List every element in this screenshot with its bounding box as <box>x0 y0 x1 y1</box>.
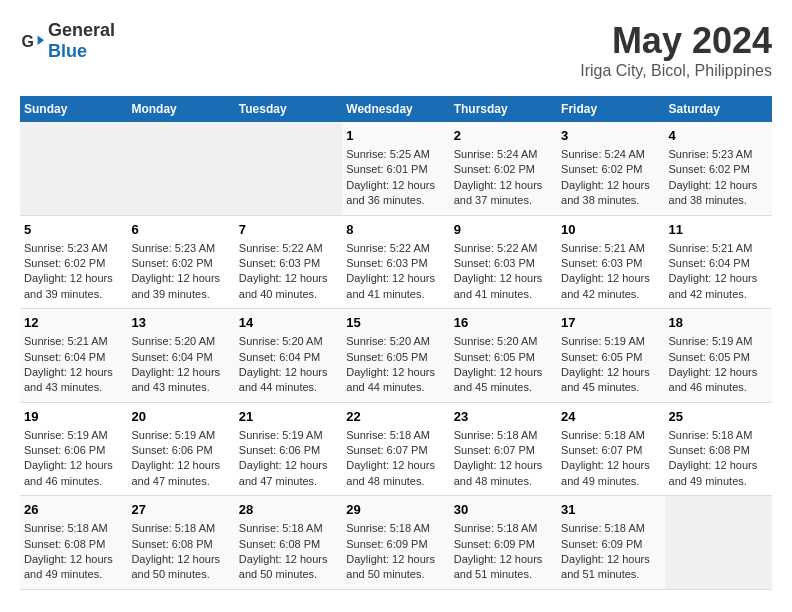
calendar-cell: 21 Sunrise: 5:19 AM Sunset: 6:06 PM Dayl… <box>235 402 342 496</box>
sunrise-label: Sunrise: 5:20 AM <box>239 335 323 347</box>
day-info: Sunrise: 5:19 AM Sunset: 6:05 PM Dayligh… <box>561 334 660 396</box>
day-info: Sunrise: 5:23 AM Sunset: 6:02 PM Dayligh… <box>669 147 768 209</box>
daylight-label: Daylight: 12 hours <box>24 553 113 565</box>
sunrise-label: Sunrise: 5:19 AM <box>24 429 108 441</box>
sunrise-label: Sunrise: 5:22 AM <box>346 242 430 254</box>
day-number: 15 <box>346 315 445 330</box>
calendar-cell: 22 Sunrise: 5:18 AM Sunset: 6:07 PM Dayl… <box>342 402 449 496</box>
svg-text:G: G <box>22 33 34 50</box>
daylight-minutes: and 42 minutes. <box>561 288 639 300</box>
sunrise-label: Sunrise: 5:23 AM <box>669 148 753 160</box>
day-number: 27 <box>131 502 230 517</box>
calendar-cell: 23 Sunrise: 5:18 AM Sunset: 6:07 PM Dayl… <box>450 402 557 496</box>
sunset-label: Sunset: 6:07 PM <box>454 444 535 456</box>
day-info: Sunrise: 5:20 AM Sunset: 6:05 PM Dayligh… <box>454 334 553 396</box>
daylight-minutes: and 50 minutes. <box>131 568 209 580</box>
daylight-minutes: and 47 minutes. <box>239 475 317 487</box>
header-tuesday: Tuesday <box>235 96 342 122</box>
sunrise-label: Sunrise: 5:19 AM <box>561 335 645 347</box>
daylight-label: Daylight: 12 hours <box>561 459 650 471</box>
day-info: Sunrise: 5:18 AM Sunset: 6:07 PM Dayligh… <box>454 428 553 490</box>
calendar-cell: 10 Sunrise: 5:21 AM Sunset: 6:03 PM Dayl… <box>557 215 664 309</box>
sunrise-label: Sunrise: 5:23 AM <box>131 242 215 254</box>
daylight-minutes: and 39 minutes. <box>24 288 102 300</box>
calendar-cell: 20 Sunrise: 5:19 AM Sunset: 6:06 PM Dayl… <box>127 402 234 496</box>
main-title: May 2024 <box>580 20 772 62</box>
sunset-label: Sunset: 6:02 PM <box>669 163 750 175</box>
sunset-label: Sunset: 6:06 PM <box>239 444 320 456</box>
sunset-label: Sunset: 6:04 PM <box>131 351 212 363</box>
day-info: Sunrise: 5:20 AM Sunset: 6:04 PM Dayligh… <box>131 334 230 396</box>
daylight-minutes: and 38 minutes. <box>669 194 747 206</box>
daylight-minutes: and 49 minutes. <box>561 475 639 487</box>
sunrise-label: Sunrise: 5:21 AM <box>669 242 753 254</box>
day-number: 28 <box>239 502 338 517</box>
daylight-label: Daylight: 12 hours <box>346 553 435 565</box>
sunset-label: Sunset: 6:07 PM <box>561 444 642 456</box>
daylight-label: Daylight: 12 hours <box>239 272 328 284</box>
day-number: 4 <box>669 128 768 143</box>
daylight-label: Daylight: 12 hours <box>24 272 113 284</box>
calendar-cell <box>665 496 772 590</box>
daylight-label: Daylight: 12 hours <box>561 366 650 378</box>
daylight-minutes: and 45 minutes. <box>454 381 532 393</box>
day-number: 9 <box>454 222 553 237</box>
calendar-cell: 25 Sunrise: 5:18 AM Sunset: 6:08 PM Dayl… <box>665 402 772 496</box>
calendar-cell: 1 Sunrise: 5:25 AM Sunset: 6:01 PM Dayli… <box>342 122 449 215</box>
day-number: 26 <box>24 502 123 517</box>
svg-marker-1 <box>38 35 44 45</box>
subtitle: Iriga City, Bicol, Philippines <box>580 62 772 80</box>
sunrise-label: Sunrise: 5:18 AM <box>454 429 538 441</box>
daylight-minutes: and 36 minutes. <box>346 194 424 206</box>
day-info: Sunrise: 5:19 AM Sunset: 6:06 PM Dayligh… <box>24 428 123 490</box>
sunset-label: Sunset: 6:02 PM <box>131 257 212 269</box>
sunrise-label: Sunrise: 5:24 AM <box>454 148 538 160</box>
week-row-3: 12 Sunrise: 5:21 AM Sunset: 6:04 PM Dayl… <box>20 309 772 403</box>
calendar-cell: 31 Sunrise: 5:18 AM Sunset: 6:09 PM Dayl… <box>557 496 664 590</box>
day-info: Sunrise: 5:19 AM Sunset: 6:05 PM Dayligh… <box>669 334 768 396</box>
header-wednesday: Wednesday <box>342 96 449 122</box>
sunset-label: Sunset: 6:08 PM <box>131 538 212 550</box>
daylight-minutes: and 43 minutes. <box>24 381 102 393</box>
daylight-label: Daylight: 12 hours <box>239 366 328 378</box>
daylight-minutes: and 46 minutes. <box>24 475 102 487</box>
day-info: Sunrise: 5:19 AM Sunset: 6:06 PM Dayligh… <box>239 428 338 490</box>
calendar-cell <box>20 122 127 215</box>
day-info: Sunrise: 5:18 AM Sunset: 6:09 PM Dayligh… <box>561 521 660 583</box>
daylight-label: Daylight: 12 hours <box>454 272 543 284</box>
header-sunday: Sunday <box>20 96 127 122</box>
calendar-cell: 2 Sunrise: 5:24 AM Sunset: 6:02 PM Dayli… <box>450 122 557 215</box>
day-number: 22 <box>346 409 445 424</box>
sunrise-label: Sunrise: 5:18 AM <box>454 522 538 534</box>
daylight-label: Daylight: 12 hours <box>131 553 220 565</box>
calendar-cell: 9 Sunrise: 5:22 AM Sunset: 6:03 PM Dayli… <box>450 215 557 309</box>
calendar-cell: 17 Sunrise: 5:19 AM Sunset: 6:05 PM Dayl… <box>557 309 664 403</box>
calendar-cell: 18 Sunrise: 5:19 AM Sunset: 6:05 PM Dayl… <box>665 309 772 403</box>
daylight-minutes: and 41 minutes. <box>346 288 424 300</box>
day-number: 2 <box>454 128 553 143</box>
day-number: 20 <box>131 409 230 424</box>
daylight-minutes: and 37 minutes. <box>454 194 532 206</box>
calendar-cell: 16 Sunrise: 5:20 AM Sunset: 6:05 PM Dayl… <box>450 309 557 403</box>
day-info: Sunrise: 5:18 AM Sunset: 6:07 PM Dayligh… <box>346 428 445 490</box>
daylight-label: Daylight: 12 hours <box>346 179 435 191</box>
calendar-cell: 4 Sunrise: 5:23 AM Sunset: 6:02 PM Dayli… <box>665 122 772 215</box>
sunrise-label: Sunrise: 5:20 AM <box>454 335 538 347</box>
calendar-cell: 7 Sunrise: 5:22 AM Sunset: 6:03 PM Dayli… <box>235 215 342 309</box>
daylight-minutes: and 43 minutes. <box>131 381 209 393</box>
sunrise-label: Sunrise: 5:25 AM <box>346 148 430 160</box>
day-info: Sunrise: 5:25 AM Sunset: 6:01 PM Dayligh… <box>346 147 445 209</box>
day-number: 29 <box>346 502 445 517</box>
calendar-cell: 26 Sunrise: 5:18 AM Sunset: 6:08 PM Dayl… <box>20 496 127 590</box>
day-info: Sunrise: 5:20 AM Sunset: 6:05 PM Dayligh… <box>346 334 445 396</box>
sunrise-label: Sunrise: 5:18 AM <box>669 429 753 441</box>
calendar-table: SundayMondayTuesdayWednesdayThursdayFrid… <box>20 96 772 590</box>
sunrise-label: Sunrise: 5:23 AM <box>24 242 108 254</box>
day-info: Sunrise: 5:18 AM Sunset: 6:09 PM Dayligh… <box>346 521 445 583</box>
daylight-minutes: and 50 minutes. <box>346 568 424 580</box>
sunrise-label: Sunrise: 5:19 AM <box>239 429 323 441</box>
day-info: Sunrise: 5:24 AM Sunset: 6:02 PM Dayligh… <box>454 147 553 209</box>
calendar-cell: 14 Sunrise: 5:20 AM Sunset: 6:04 PM Dayl… <box>235 309 342 403</box>
calendar-cell: 19 Sunrise: 5:19 AM Sunset: 6:06 PM Dayl… <box>20 402 127 496</box>
logo-blue: Blue <box>48 41 87 61</box>
